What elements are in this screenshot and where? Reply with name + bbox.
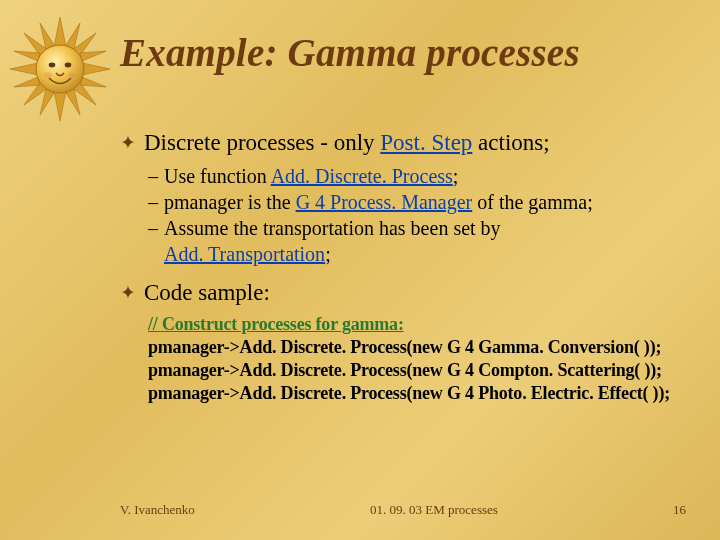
code-line: pmanager->Add. Discrete. Process(new G 4…	[148, 336, 686, 359]
code-block: // Construct processes for gamma: pmanag…	[148, 313, 686, 405]
footer-author: V. Ivanchenko	[120, 502, 195, 518]
footer-date-topic: 01. 09. 03 EM processes	[370, 502, 498, 518]
text-fragment: Assume the transportation has been set b…	[164, 217, 501, 239]
link-g4processmanager[interactable]: G 4 Process. Manager	[296, 191, 473, 213]
sub-text: Assume the transportation has been set b…	[164, 215, 686, 267]
text-fragment: pmanager is the	[164, 191, 296, 213]
sub-bullet: – Use function Add. Discrete. Process;	[148, 163, 686, 189]
slide-body: Example: Gamma processes ✦ Discrete proc…	[0, 0, 720, 540]
dash-icon: –	[148, 163, 164, 189]
text-fragment: Discrete processes - only	[144, 130, 380, 155]
bullet-icon: ✦	[120, 129, 136, 157]
dash-icon: –	[148, 215, 164, 241]
code-comment: // Construct processes for gamma:	[148, 314, 404, 334]
text-fragment: Use function	[164, 165, 271, 187]
sub-bullets: – Use function Add. Discrete. Process; –…	[148, 163, 686, 267]
bullet-text: Code sample:	[144, 279, 686, 307]
dash-icon: –	[148, 189, 164, 215]
code-line: pmanager->Add. Discrete. Process(new G 4…	[148, 382, 686, 405]
bullet-text: Discrete processes - only Post. Step act…	[144, 129, 686, 157]
link-adddiscreteprocess[interactable]: Add. Discrete. Process	[271, 165, 453, 187]
sub-text: Use function Add. Discrete. Process;	[164, 163, 686, 189]
bullet-code-sample: ✦ Code sample:	[120, 279, 686, 307]
text-fragment: of the gamma;	[472, 191, 593, 213]
link-addtransportation[interactable]: Add. Transportation	[164, 243, 325, 265]
text-fragment: actions;	[472, 130, 549, 155]
text-fragment: ;	[325, 243, 331, 265]
link-poststep[interactable]: Post. Step	[380, 130, 472, 155]
code-line: pmanager->Add. Discrete. Process(new G 4…	[148, 359, 686, 382]
sub-text: pmanager is the G 4 Process. Manager of …	[164, 189, 686, 215]
code-line-comment: // Construct processes for gamma:	[148, 313, 686, 336]
slide-title: Example: Gamma processes	[120, 30, 686, 75]
footer-page-number: 16	[673, 502, 686, 518]
sub-bullet: – Assume the transportation has been set…	[148, 215, 686, 267]
sub-bullet: – pmanager is the G 4 Process. Manager o…	[148, 189, 686, 215]
footer: V. Ivanchenko 01. 09. 03 EM processes 16	[120, 502, 686, 518]
text-fragment: ;	[453, 165, 459, 187]
bullet-icon: ✦	[120, 279, 136, 307]
bullet-discrete-processes: ✦ Discrete processes - only Post. Step a…	[120, 129, 686, 157]
